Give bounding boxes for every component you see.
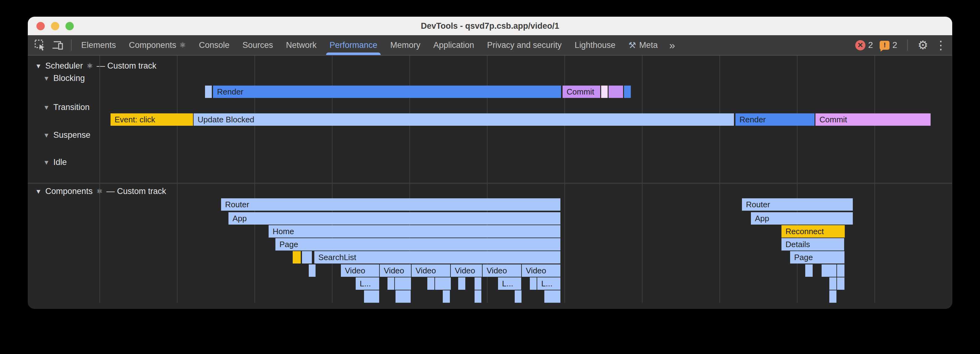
tab-label: Console — [199, 40, 229, 50]
bar-video[interactable]: Video — [380, 265, 411, 277]
tab-memory[interactable]: Memory — [384, 35, 427, 55]
timeline-gridline — [642, 56, 643, 303]
window-title: DevTools - qsvd7p.csb.app/video/1 — [28, 21, 952, 31]
flame-bar[interactable] — [829, 277, 837, 290]
bar-update-blocked[interactable]: Update Blocked — [194, 113, 734, 126]
zoom-button[interactable] — [65, 22, 74, 30]
flame-bar[interactable] — [388, 277, 394, 290]
inspect-element-icon[interactable] — [32, 37, 48, 53]
flame-bar[interactable] — [427, 277, 434, 290]
bar-video[interactable]: Video — [341, 265, 379, 277]
bar-app[interactable]: App — [751, 212, 853, 225]
flame-bar[interactable] — [609, 86, 623, 98]
bar-app[interactable]: App — [229, 212, 560, 225]
flame-bar[interactable] — [837, 265, 845, 277]
tab-lighthouse[interactable]: Lighthouse — [568, 35, 622, 55]
tab-privacy-and-security[interactable]: Privacy and security — [481, 35, 568, 55]
kebab-menu-icon[interactable]: ⋮ — [935, 39, 947, 51]
scheduler-row-suspense[interactable]: ▼Suspense — [43, 130, 91, 140]
flame-bar[interactable] — [302, 251, 312, 263]
components-track-header[interactable]: ▼ Components ⚛ — Custom track — [35, 187, 166, 196]
tab-elements[interactable]: Elements — [75, 35, 123, 55]
flame-bar[interactable] — [364, 290, 379, 303]
track-name: Components — [45, 187, 92, 196]
flame-bar[interactable] — [474, 290, 481, 303]
flame-bar[interactable] — [293, 251, 301, 263]
scheduler-row-transition[interactable]: ▼Transition — [43, 102, 89, 112]
flame-bar[interactable] — [530, 277, 537, 290]
traffic-lights — [37, 17, 74, 35]
flame-bar[interactable] — [544, 290, 560, 303]
flame-bar[interactable] — [474, 277, 481, 290]
track-name: Scheduler — [45, 61, 83, 71]
bar-video[interactable]: Video — [483, 265, 521, 277]
bar-video[interactable]: Video — [451, 265, 482, 277]
bar-home[interactable]: Home — [269, 225, 560, 238]
tab-console[interactable]: Console — [192, 35, 236, 55]
tab-network[interactable]: Network — [279, 35, 323, 55]
issues-badge[interactable]: ! 2 — [880, 40, 897, 50]
bar-details[interactable]: Details — [781, 238, 844, 250]
bar-commit[interactable]: Commit — [563, 86, 600, 98]
scheduler-row-blocking[interactable]: ▼Blocking — [43, 73, 85, 83]
flame-bar[interactable] — [822, 265, 837, 277]
scheduler-track-header[interactable]: ▼ Scheduler ⚛ — Custom track — [35, 61, 156, 71]
error-count: 2 — [868, 40, 873, 50]
flame-bar[interactable] — [443, 290, 450, 303]
tab-label: Performance — [329, 40, 377, 50]
flame-bar[interactable] — [837, 277, 845, 290]
performance-content: ▼ Scheduler ⚛ — Custom track ▼ Component… — [28, 56, 952, 308]
bar-l[interactable]: L... — [537, 277, 560, 290]
tab-label: Lighthouse — [574, 40, 616, 50]
timeline-gridline — [719, 56, 720, 303]
titlebar: DevTools - qsvd7p.csb.app/video/1 — [28, 17, 952, 35]
bar-router[interactable]: Router — [742, 198, 853, 210]
tab-label: Application — [433, 40, 474, 50]
bar-reconnect[interactable]: Reconnect — [781, 225, 845, 238]
bar-l[interactable]: L... — [498, 277, 521, 290]
bar-commit[interactable]: Commit — [815, 113, 931, 126]
tab-performance[interactable]: Performance — [323, 35, 384, 55]
minimize-button[interactable] — [51, 22, 59, 30]
react-atom-icon: ⚛ — [180, 41, 186, 49]
tab-components[interactable]: Components⚛ — [123, 35, 192, 55]
bar-event-click[interactable]: Event: click — [111, 113, 193, 126]
bar-video[interactable]: Video — [522, 265, 560, 277]
console-errors-badge[interactable]: ✕ 2 — [855, 40, 873, 50]
tab-label: Network — [286, 40, 317, 50]
flame-bar[interactable] — [205, 86, 212, 98]
more-tabs-button[interactable]: » — [664, 35, 680, 55]
flame-bar[interactable] — [435, 277, 451, 290]
bar-router[interactable]: Router — [221, 198, 560, 210]
bar-searchlist[interactable]: SearchList — [314, 251, 560, 263]
bar-render[interactable]: Render — [213, 86, 561, 98]
controls-separator — [907, 40, 908, 51]
close-button[interactable] — [37, 22, 45, 30]
bar-render[interactable]: Render — [735, 113, 815, 126]
flame-bar[interactable] — [458, 277, 465, 290]
flame-bar[interactable] — [309, 265, 315, 277]
flame-bar[interactable] — [829, 290, 837, 303]
bar-page[interactable]: Page — [790, 251, 845, 263]
devtools-window: DevTools - qsvd7p.csb.app/video/1 — [28, 17, 952, 309]
tab-label: Privacy and security — [487, 40, 562, 50]
flame-bar[interactable] — [515, 290, 522, 303]
device-toolbar-icon[interactable] — [50, 37, 66, 53]
hammer-wrench-icon: ⚒ — [628, 40, 636, 50]
tab-meta[interactable]: ⚒Meta — [622, 35, 664, 55]
scheduler-row-idle[interactable]: ▼Idle — [43, 158, 67, 167]
toolbar-icons — [32, 35, 75, 55]
flame-bar[interactable] — [805, 265, 813, 277]
settings-gear-icon[interactable]: ⚙ — [918, 39, 928, 51]
collapse-triangle-icon: ▼ — [43, 159, 50, 166]
flame-bar[interactable] — [601, 86, 608, 98]
flame-bar[interactable] — [624, 86, 631, 98]
toolbar-separator — [71, 40, 72, 51]
bar-page[interactable]: Page — [275, 238, 560, 250]
bar-l[interactable]: L... — [356, 277, 379, 290]
bar-video[interactable]: Video — [412, 265, 450, 277]
tab-sources[interactable]: Sources — [236, 35, 279, 55]
tab-application[interactable]: Application — [427, 35, 480, 55]
flame-bar[interactable] — [396, 290, 410, 303]
flame-bar[interactable] — [395, 277, 411, 290]
